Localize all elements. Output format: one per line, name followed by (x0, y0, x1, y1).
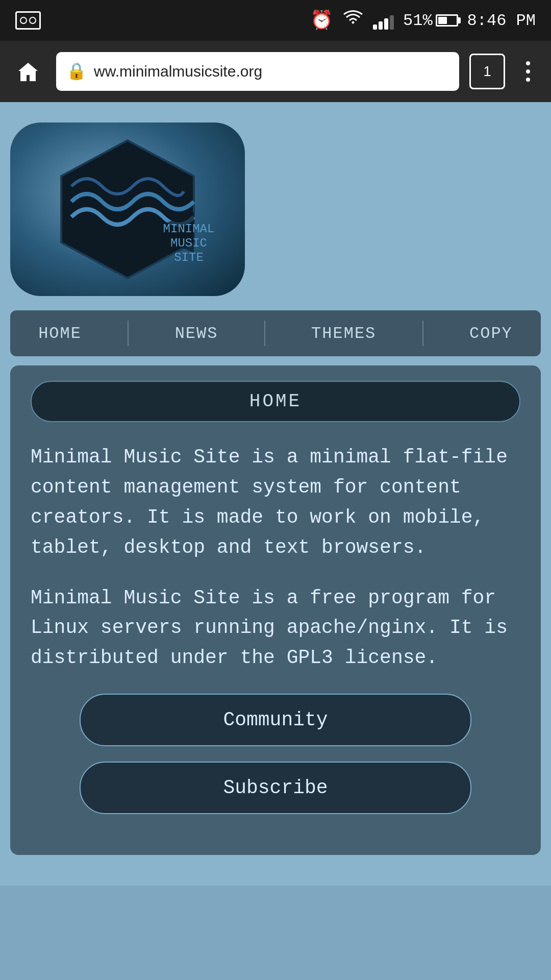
content-text: Minimal Music Site is a minimal flat-fil… (31, 443, 520, 673)
nav-themes[interactable]: THEMES (301, 319, 386, 348)
nav-home[interactable]: HOME (28, 319, 92, 348)
svg-text:MUSIC: MUSIC (170, 236, 207, 250)
menu-dot-2 (526, 69, 530, 74)
menu-dot-3 (526, 78, 530, 82)
home-heading: HOME (31, 381, 520, 422)
lock-icon: 🔒 (66, 61, 87, 82)
status-bar: ⏰ 51% 8:46 PM (0, 0, 551, 41)
time-display: 8:46 PM (467, 11, 536, 30)
battery-container: 51% (403, 11, 458, 30)
content-card: HOME Minimal Music Site is a minimal fla… (10, 365, 541, 855)
menu-button[interactable] (515, 54, 541, 89)
wifi-icon (342, 9, 364, 33)
menu-dot-1 (526, 61, 530, 65)
cassette-icon (15, 11, 41, 30)
battery-icon (436, 14, 458, 27)
svg-text:MINIMAL: MINIMAL (163, 222, 215, 236)
community-button[interactable]: Community (80, 694, 471, 746)
page-background: MINIMAL MUSIC SITE MINIMAL MUSIC SITE HO… (0, 102, 551, 886)
nav-bar: HOME NEWS THEMES COPY (10, 310, 541, 356)
nav-divider-2 (264, 321, 265, 346)
paragraph-2: Minimal Music Site is a free program for… (31, 583, 520, 674)
logo-container: MINIMAL MUSIC SITE MINIMAL MUSIC SITE (10, 122, 245, 296)
nav-divider-1 (128, 321, 129, 346)
nav-copy[interactable]: COPY (459, 319, 523, 348)
browser-bar: 🔒 ww.minimalmusicsite.org 1 (0, 41, 551, 102)
tab-button[interactable]: 1 (469, 54, 505, 89)
battery-percent: 51% (403, 11, 433, 30)
signal-bars (373, 11, 394, 30)
nav-news[interactable]: NEWS (165, 319, 229, 348)
url-text: ww.minimalmusicsite.org (94, 63, 262, 80)
status-left (15, 11, 41, 30)
url-bar[interactable]: 🔒 ww.minimalmusicsite.org (56, 52, 459, 91)
svg-text:SITE: SITE (174, 251, 204, 264)
home-button[interactable] (10, 54, 46, 89)
subscribe-button[interactable]: Subscribe (80, 762, 471, 814)
logo-area: MINIMAL MUSIC SITE MINIMAL MUSIC SITE (10, 112, 541, 301)
status-right: ⏰ 51% 8:46 PM (310, 9, 536, 33)
logo-svg: MINIMAL MUSIC SITE MINIMAL MUSIC SITE (20, 130, 235, 288)
paragraph-1: Minimal Music Site is a minimal flat-fil… (31, 443, 520, 563)
nav-divider-3 (422, 321, 423, 346)
alarm-icon: ⏰ (310, 9, 333, 32)
